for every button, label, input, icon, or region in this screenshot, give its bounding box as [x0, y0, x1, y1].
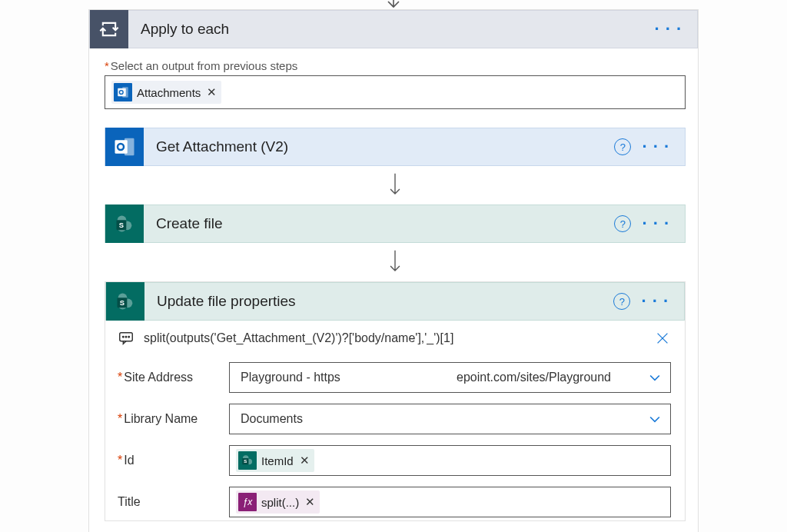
close-icon[interactable] — [654, 330, 671, 347]
site-address-input[interactable]: Playground - https epoint.com/sites/Play… — [229, 362, 671, 393]
svg-text:S: S — [120, 299, 125, 307]
id-label: *Id — [118, 454, 229, 467]
outlook-token-icon — [114, 83, 132, 101]
create-file-title: Create file — [144, 215, 614, 232]
select-output-input[interactable]: Attachments ✕ — [105, 75, 686, 109]
remove-token-icon[interactable]: ✕ — [300, 454, 310, 467]
expression-text: split(outputs('Get_Attachment_(V2)')?['b… — [144, 331, 645, 345]
help-icon[interactable]: ? — [614, 215, 631, 232]
sharepoint-icon: S — [105, 204, 144, 243]
update-file-title: Update file properties — [144, 293, 613, 310]
more-icon[interactable]: · · · — [642, 215, 669, 232]
apply-to-each-title: Apply to each — [128, 21, 654, 38]
sharepoint-token-icon: S — [238, 451, 257, 470]
svg-rect-4 — [125, 138, 134, 156]
apply-to-each-card: Apply to each · · · *Select an output fr… — [88, 9, 699, 532]
arrow-connector — [105, 243, 686, 281]
split-fx-token[interactable]: ƒx split(...) ✕ — [236, 490, 320, 514]
select-output-label: *Select an output from previous steps — [105, 59, 686, 72]
help-icon[interactable]: ? — [613, 293, 630, 310]
arrow-connector — [88, 0, 699, 9]
svg-point-18 — [125, 336, 126, 337]
chevron-down-icon[interactable] — [647, 370, 662, 385]
library-name-label: *Library Name — [118, 412, 229, 426]
more-icon[interactable]: · · · — [642, 138, 669, 155]
site-address-label: *Site Address — [118, 371, 229, 384]
attachments-token-label: Attachments — [137, 86, 201, 99]
library-name-input[interactable]: Documents — [229, 404, 671, 434]
svg-point-19 — [128, 336, 129, 337]
library-name-row: *Library Name Documents — [118, 404, 671, 434]
id-input[interactable]: S ItemId ✕ — [229, 445, 671, 476]
title-label: Title — [118, 495, 229, 509]
attachments-token[interactable]: Attachments ✕ — [111, 81, 221, 104]
remove-token-icon[interactable]: ✕ — [207, 85, 217, 99]
site-address-row: *Site Address Playground - https epoint.… — [118, 362, 671, 393]
title-input[interactable]: ƒx split(...) ✕ — [229, 487, 671, 517]
itemid-token-label: ItemId — [261, 454, 294, 467]
title-row: Title ƒx split(...) ✕ — [118, 487, 671, 517]
expression-bar: split(outputs('Get_Attachment_(V2)')?['b… — [105, 321, 685, 351]
comment-icon — [118, 330, 134, 347]
sharepoint-icon: S — [106, 282, 144, 321]
svg-text:S: S — [244, 459, 247, 464]
chevron-down-icon[interactable] — [647, 411, 662, 427]
update-file-properties-card: S Update file properties ? · · · split(o… — [105, 281, 686, 521]
fx-icon: ƒx — [238, 493, 257, 511]
split-token-label: split(...) — [261, 496, 299, 509]
apply-to-each-header[interactable]: Apply to each · · · — [89, 10, 698, 48]
svg-point-17 — [123, 336, 124, 337]
site-address-value: Playground - https epoint.com/sites/Play… — [241, 371, 611, 384]
apply-to-each-body: *Select an output from previous steps At… — [89, 48, 698, 532]
arrow-connector — [105, 166, 686, 204]
outlook-icon — [105, 128, 144, 166]
create-file-card: S Create file ? · · · — [105, 204, 686, 243]
more-icon[interactable]: · · · — [654, 21, 682, 38]
update-file-header[interactable]: S Update file properties ? · · · — [105, 282, 685, 321]
id-row: *Id S ItemId ✕ — [118, 445, 671, 476]
itemid-token[interactable]: S ItemId ✕ — [236, 449, 314, 472]
library-name-value: Documents — [241, 412, 303, 426]
get-attachment-header[interactable]: Get Attachment (V2) ? · · · — [105, 128, 686, 166]
loop-icon — [90, 10, 128, 48]
more-icon[interactable]: · · · — [641, 293, 669, 310]
get-attachment-card: Get Attachment (V2) ? · · · — [105, 128, 686, 166]
get-attachment-title: Get Attachment (V2) — [144, 138, 614, 155]
svg-text:S: S — [119, 221, 124, 229]
remove-token-icon[interactable]: ✕ — [305, 495, 315, 509]
create-file-header[interactable]: S Create file ? · · · — [105, 204, 686, 243]
help-icon[interactable]: ? — [614, 138, 631, 155]
